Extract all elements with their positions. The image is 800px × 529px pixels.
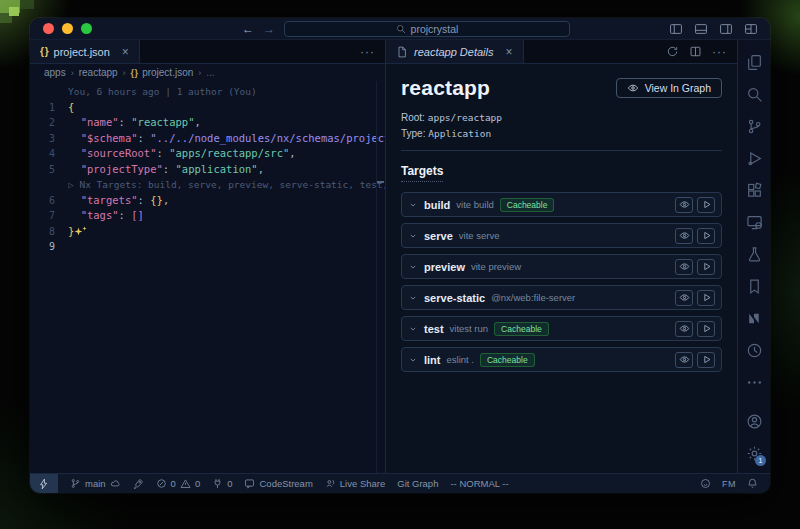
history-icon[interactable] <box>742 334 766 366</box>
toggle-panel-icon[interactable] <box>694 22 708 36</box>
title-bar: ← → projcrystal <box>30 18 770 40</box>
details-panel-group: reactapp Details × ··· reactapp View In … <box>385 40 737 473</box>
chevron-down-icon[interactable] <box>408 262 418 272</box>
refresh-icon[interactable] <box>666 45 679 58</box>
line-number <box>30 177 68 193</box>
code-editor[interactable]: You, 6 hours ago | 1 author (You)1{2 "na… <box>30 81 385 473</box>
problems-status[interactable]: 0 0 <box>156 478 201 489</box>
tab-reactapp-details[interactable]: reactapp Details × <box>386 40 524 63</box>
tab-project-json[interactable]: { } project.json × <box>30 40 140 63</box>
ports-status[interactable]: 0 <box>212 478 232 489</box>
activity-bar: 1 <box>737 40 770 473</box>
minimap[interactable] <box>376 81 385 473</box>
source-control-icon[interactable] <box>742 110 766 142</box>
view-in-graph-button[interactable]: View In Graph <box>616 78 722 98</box>
navigate-forward-button[interactable]: → <box>263 23 275 35</box>
toggle-sidebar-left-icon[interactable] <box>669 22 683 36</box>
minimize-window-button[interactable] <box>62 23 73 34</box>
toggle-sidebar-right-icon[interactable] <box>719 22 733 36</box>
code-token: : <box>157 147 170 159</box>
code-token <box>68 209 81 221</box>
chevron-down-icon[interactable] <box>408 355 418 365</box>
account-icon[interactable] <box>742 405 766 437</box>
breadcrumb-separator: › <box>71 68 74 78</box>
breadcrumb-item-reactapp[interactable]: reactapp <box>79 67 118 78</box>
remote-explorer-icon[interactable] <box>742 206 766 238</box>
show-target-config-button[interactable] <box>675 290 693 306</box>
target-card-test[interactable]: testvitest runCacheable <box>401 316 722 341</box>
codelens-line: You, 6 hours ago | 1 author (You) <box>30 84 385 100</box>
customize-layout-icon[interactable] <box>744 22 758 36</box>
feedback-status[interactable] <box>700 478 711 489</box>
navigate-back-button[interactable]: ← <box>242 23 254 35</box>
close-tab-icon[interactable]: × <box>122 46 129 58</box>
target-card-preview[interactable]: previewvite preview <box>401 254 722 279</box>
run-target-button[interactable] <box>697 197 715 213</box>
run-target-button[interactable] <box>697 321 715 337</box>
breadcrumb-item--[interactable]: ... <box>206 67 214 78</box>
code-line: 5 "projectType": "application", <box>30 162 385 178</box>
fm-status[interactable]: FM <box>722 479 736 489</box>
view-in-graph-label: View In Graph <box>645 82 711 94</box>
breadcrumb: apps›reactapp›{ }project.json›... <box>30 64 385 81</box>
breadcrumb-item-apps[interactable]: apps <box>44 67 66 78</box>
more-icon[interactable] <box>742 366 766 398</box>
chevron-down-icon[interactable] <box>408 293 418 303</box>
codestream-status[interactable]: CodeStream <box>244 478 312 489</box>
cacheable-badge: Cacheable <box>494 322 549 336</box>
remote-indicator[interactable] <box>30 474 58 493</box>
breadcrumb-item-project-json[interactable]: project.json <box>142 67 193 78</box>
settings-icon[interactable]: 1 <box>742 437 766 469</box>
code-token: : <box>138 194 151 206</box>
rocket-status[interactable] <box>133 478 144 489</box>
code-line: 7 "tags": [] <box>30 208 385 224</box>
extensions-icon[interactable] <box>742 174 766 206</box>
close-tab-icon[interactable]: × <box>506 46 513 58</box>
code-token: "targets" <box>81 194 138 206</box>
show-target-config-button[interactable] <box>675 197 693 213</box>
target-card-build[interactable]: buildvite buildCacheable <box>401 192 722 217</box>
chevron-down-icon[interactable] <box>408 324 418 334</box>
status-bar: main 0 0 0 CodeStream Live <box>30 473 770 493</box>
live-share-status[interactable]: Live Share <box>325 478 385 489</box>
run-target-button[interactable] <box>697 259 715 275</box>
nx-console-icon[interactable] <box>742 302 766 334</box>
run-target-button[interactable] <box>697 228 715 244</box>
code-token <box>68 163 81 175</box>
eye-icon <box>627 82 639 94</box>
target-card-serve[interactable]: servevite serve <box>401 223 722 248</box>
line-number: 2 <box>30 115 68 131</box>
target-card-lint[interactable]: linteslint .Cacheable <box>401 347 722 372</box>
more-editor-actions-icon[interactable]: ··· <box>360 46 375 58</box>
command-center-search[interactable]: projcrystal <box>284 21 570 37</box>
project-root-line: Root: apps/reactapp <box>401 110 722 126</box>
project-details-panel: reactapp View In Graph Root: apps/reacta… <box>386 64 737 473</box>
git-graph-status[interactable]: Git Graph <box>397 478 438 489</box>
chevron-down-icon[interactable] <box>408 231 418 241</box>
show-target-config-button[interactable] <box>675 228 693 244</box>
smiley-icon <box>700 478 711 489</box>
run-target-button[interactable] <box>697 290 715 306</box>
more-actions-icon[interactable]: ··· <box>712 46 727 58</box>
run-debug-icon[interactable] <box>742 142 766 174</box>
fm-label: FM <box>722 479 736 489</box>
code-token: , <box>194 116 200 128</box>
notifications-status[interactable] <box>747 478 758 489</box>
maximize-window-button[interactable] <box>81 23 92 34</box>
vim-mode-status[interactable]: -- NORMAL -- <box>450 478 508 489</box>
show-target-config-button[interactable] <box>675 321 693 337</box>
split-editor-icon[interactable] <box>689 45 702 58</box>
testing-icon[interactable] <box>742 238 766 270</box>
run-target-button[interactable] <box>697 352 715 368</box>
code-token: , <box>258 163 264 175</box>
code-line: 1{ <box>30 100 385 116</box>
bookmarks-icon[interactable] <box>742 270 766 302</box>
git-branch-status[interactable]: main <box>70 478 121 489</box>
target-card-serve-static[interactable]: serve-static@nx/web:file-server <box>401 285 722 310</box>
search-icon[interactable] <box>742 78 766 110</box>
files-icon[interactable] <box>742 46 766 78</box>
show-target-config-button[interactable] <box>675 259 693 275</box>
show-target-config-button[interactable] <box>675 352 693 368</box>
chevron-down-icon[interactable] <box>408 200 418 210</box>
close-window-button[interactable] <box>43 23 54 34</box>
